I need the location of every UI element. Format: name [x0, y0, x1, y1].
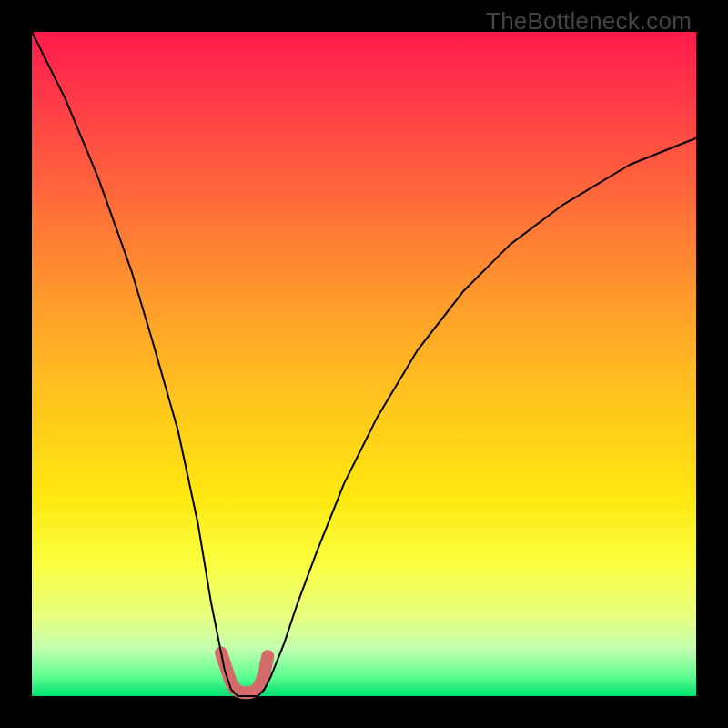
chart-svg [32, 32, 696, 696]
valley-highlight-path [221, 653, 268, 693]
chart-frame: TheBottleneck.com [0, 0, 728, 728]
bottleneck-curve-path [32, 32, 696, 696]
